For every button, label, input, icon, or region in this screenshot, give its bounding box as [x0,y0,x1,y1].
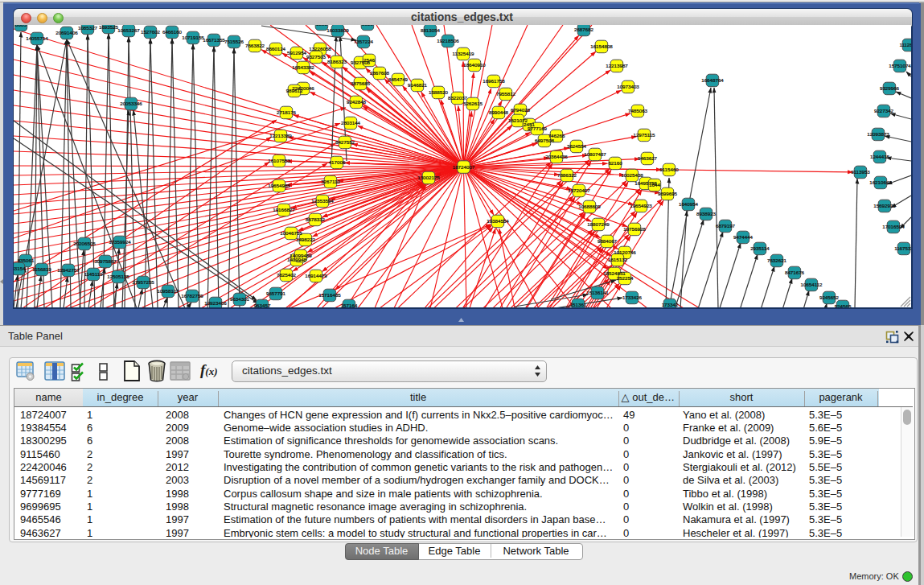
svg-text:7625402: 7625402 [277,272,297,278]
svg-text:18807249: 18807249 [587,221,610,227]
svg-text:417006: 417006 [329,159,346,165]
svg-text:10973403: 10973403 [617,84,639,89]
svg-text:1588520: 1588520 [429,89,449,95]
svg-text:10046755: 10046755 [280,230,302,236]
svg-text:12942757: 12942757 [57,267,80,273]
svg-text:9113953: 9113953 [851,169,870,175]
svg-text:16210643: 16210643 [869,179,892,185]
svg-text:8813054: 8813054 [421,27,441,33]
svg-text:10807487: 10807487 [584,151,606,157]
svg-text:9699695: 9699695 [658,191,678,196]
svg-text:9245652: 9245652 [819,295,840,300]
svg-text:9884067: 9884067 [598,238,618,244]
svg-text:1644: 1644 [649,182,660,187]
svg-text:10120746: 10120746 [614,249,636,255]
svg-text:7485063: 7485063 [628,108,648,113]
svg-text:12213389: 12213389 [269,133,292,138]
svg-text:10958107: 10958107 [157,288,179,294]
svg-text:16107553: 16107553 [268,158,290,163]
svg-text:1085327: 1085327 [78,25,98,31]
svg-text:8427552: 8427552 [335,139,355,145]
svg-text:8660124: 8660124 [266,46,286,51]
svg-text:1156819: 1156819 [32,266,51,272]
svg-text:13226058: 13226058 [309,46,331,51]
svg-text:17016504: 17016504 [882,224,905,229]
svg-text:6466160: 6466160 [162,29,183,35]
svg-text:17957255: 17957255 [132,279,154,285]
svg-text:9777169: 9777169 [528,126,548,131]
svg-text:9474444: 9474444 [733,234,754,240]
svg-text:13002175: 13002175 [417,175,440,180]
svg-text:1112875: 1112875 [899,42,911,47]
svg-text:10025438: 10025438 [621,172,643,178]
svg-text:12093873: 12093873 [867,131,889,137]
svg-text:7357224: 7357224 [354,39,374,44]
svg-text:16782759: 16782759 [181,293,203,299]
svg-text:9657791: 9657791 [266,290,286,296]
svg-text:15720407: 15720407 [568,187,590,193]
svg-text:16961758: 16961758 [483,78,505,84]
svg-text:10653267: 10653267 [117,27,140,33]
svg-text:8990448: 8990448 [489,109,509,115]
svg-text:20053346: 20053346 [120,101,142,106]
svg-text:19654985: 19654985 [268,183,290,188]
svg-text:14055714: 14055714 [26,35,48,41]
svg-text:16543382: 16543382 [292,64,314,70]
svg-text:173342: 173342 [662,302,679,307]
svg-text:6879197: 6879197 [716,223,736,229]
svg-text:16154808: 16154808 [590,43,613,49]
svg-text:9327503: 9327503 [306,54,326,60]
svg-text:2935114: 2935114 [750,245,770,251]
svg-text:62160: 62160 [608,160,622,166]
svg-text:15716485: 15716485 [318,292,341,298]
svg-text:1733426: 1733426 [622,295,643,300]
svg-text:9115460: 9115460 [659,167,679,172]
svg-text:12975115: 12975115 [633,132,655,138]
svg-text:6497508: 6497508 [535,138,555,143]
svg-text:157164: 157164 [341,303,358,307]
svg-text:7632621: 7632621 [767,257,787,263]
svg-text:12505135: 12505135 [107,274,129,279]
svg-text:9463627: 9463627 [638,155,658,161]
svg-text:7886322: 7886322 [557,172,577,178]
svg-text:14099489: 14099489 [290,253,312,258]
svg-text:19166827: 19166827 [273,207,295,212]
svg-text:9242848: 9242848 [347,99,367,105]
svg-text:1167533: 1167533 [894,245,911,251]
svg-text:19756928: 19756928 [623,226,646,232]
svg-text:16914479: 16914479 [305,273,327,278]
svg-text:1640954: 1640954 [679,201,699,207]
svg-text:16033809: 16033809 [326,27,349,33]
svg-text:18640910: 18640910 [463,62,486,68]
svg-text:3875685: 3875685 [351,80,371,86]
svg-text:1145119: 1145119 [84,271,103,277]
svg-text:8454749: 8454749 [388,76,409,82]
svg-text:17359924: 17359924 [109,239,131,245]
svg-text:30975867: 30975867 [94,258,117,264]
svg-text:7515526: 7515526 [224,39,244,44]
svg-text:6794028: 6794028 [511,107,531,113]
svg-text:10654112: 10654112 [800,282,823,287]
svg-text:10688609: 10688609 [578,204,601,209]
svg-text:9634301: 9634301 [230,296,250,302]
svg-text:1615132: 1615132 [608,257,628,262]
svg-text:19218506: 19218506 [437,38,459,43]
svg-text:252254: 252254 [617,275,634,281]
svg-text:11325419: 11325419 [452,51,474,56]
svg-text:9227342: 9227342 [874,108,894,113]
svg-text:2803144: 2803144 [341,120,361,126]
svg-text:16671355: 16671355 [203,37,225,43]
svg-text:2718176: 2718176 [277,109,297,115]
svg-text:1893: 1893 [316,25,327,27]
svg-text:924565: 924565 [835,303,852,307]
svg-text:8605: 8605 [15,25,27,27]
svg-text:15136141: 15136141 [586,290,609,295]
svg-text:8186323: 8186323 [327,59,347,64]
svg-text:5912954: 5912954 [287,50,307,56]
svg-text:1244415: 1244415 [870,154,890,159]
svg-text:2867608: 2867608 [370,70,390,76]
svg-text:3624554: 3624554 [567,143,587,149]
svg-text:10923406: 10923406 [204,300,227,306]
svg-text:20691406: 20691406 [55,30,78,35]
svg-text:835061: 835061 [18,257,35,263]
